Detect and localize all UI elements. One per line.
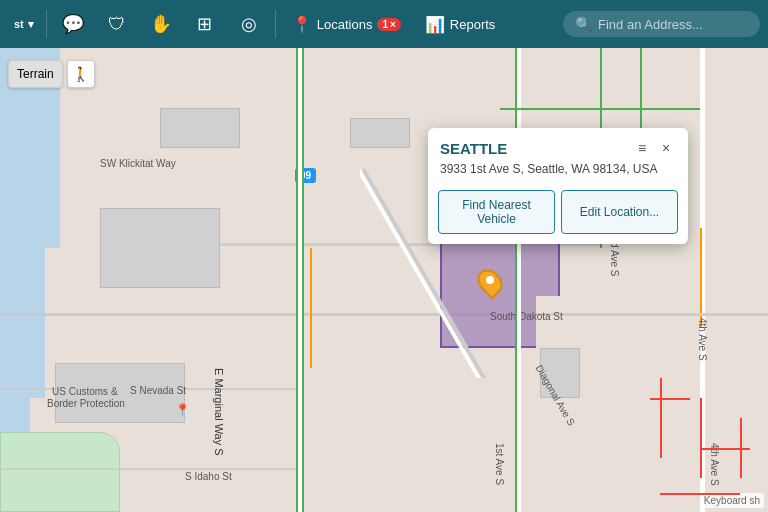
building-2 — [55, 363, 185, 423]
nav-divider-1 — [46, 10, 47, 38]
search-icon: 🔍 — [575, 16, 592, 32]
terrain-button[interactable]: Terrain — [8, 60, 63, 88]
road-red-4 — [740, 418, 742, 478]
locations-badge: 1 × — [377, 18, 400, 31]
building-4 — [160, 108, 240, 148]
location-popup: SEATTLE ≡ × 3933 1st Ave S, Seattle, WA … — [428, 128, 688, 244]
brand-dropdown-arrow: ▾ — [28, 18, 34, 31]
road-marginal-green1 — [296, 48, 298, 512]
popup-address: 3933 1st Ave S, Seattle, WA 98134, USA — [428, 162, 688, 184]
popup-header: SEATTLE ≡ × — [428, 128, 688, 162]
popup-close-button[interactable]: × — [656, 138, 676, 158]
road-green-top — [500, 108, 700, 110]
map-area[interactable]: SW Klickitat Way E Marginal Way S S Neva… — [0, 48, 768, 512]
globe-nav-button[interactable]: ◎ — [229, 4, 269, 44]
water-area-3 — [0, 48, 45, 398]
reports-nav-button[interactable]: 📊 Reports — [415, 9, 506, 40]
road-red-5 — [660, 493, 740, 495]
navigation-bar: st ▾ 💬 🛡 ✋ ⊞ ◎ 📍 Locations 1 × 📊 Reports… — [0, 0, 768, 48]
address-search[interactable]: 🔍 — [563, 11, 760, 37]
brand-logo[interactable]: st ▾ — [8, 18, 40, 31]
road-red-2 — [650, 398, 690, 400]
nav-divider-2 — [275, 10, 276, 38]
brand-text: st — [14, 18, 24, 30]
popup-header-buttons: ≡ × — [632, 138, 676, 158]
keyboard-shortcut-label: Keyboard sh — [700, 493, 764, 508]
locations-nav-button[interactable]: 📍 Locations 1 × — [282, 9, 411, 40]
hand-nav-button[interactable]: ✋ — [141, 4, 181, 44]
road-h-bot2 — [0, 468, 300, 470]
road-4th-ave-red — [700, 398, 702, 478]
search-input[interactable] — [598, 17, 748, 32]
park-area — [0, 432, 120, 512]
person-view-button[interactable]: 🚶 — [67, 60, 95, 88]
reports-label: Reports — [450, 17, 496, 32]
edit-location-button[interactable]: Edit Location... — [561, 190, 678, 234]
grid-nav-button[interactable]: ⊞ — [185, 4, 225, 44]
road-red-3 — [700, 448, 750, 450]
pin-dot — [486, 276, 494, 284]
building-1 — [100, 208, 220, 288]
chat-nav-button[interactable]: 💬 — [53, 4, 93, 44]
road-orange-1 — [310, 248, 312, 368]
map-controls: Terrain 🚶 — [8, 60, 95, 88]
shield-nav-button[interactable]: 🛡 — [97, 4, 137, 44]
road-marginal-green2 — [302, 48, 304, 512]
locations-label: Locations — [317, 17, 373, 32]
popup-menu-button[interactable]: ≡ — [632, 138, 652, 158]
road-red-1 — [660, 378, 662, 458]
find-nearest-vehicle-button[interactable]: Find Nearest Vehicle — [438, 190, 555, 234]
popup-title: SEATTLE — [440, 140, 507, 157]
popup-actions: Find Nearest Vehicle Edit Location... — [428, 184, 688, 244]
